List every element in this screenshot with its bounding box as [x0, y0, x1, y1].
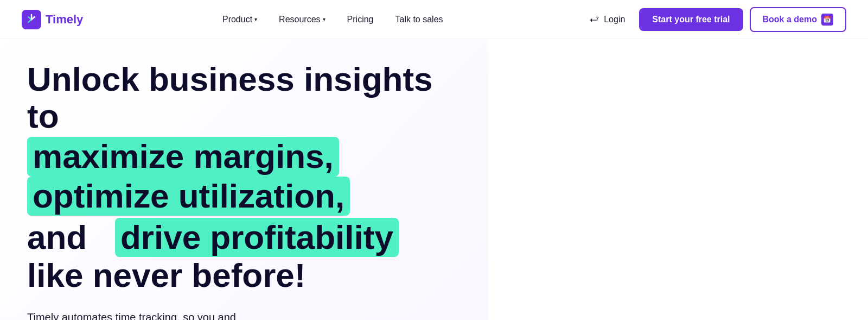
hero-title-line2: maximize margins, optimize utilization, [27, 137, 461, 215]
hero-title: Unlock business insights to maximize mar… [27, 61, 461, 294]
navbar-actions: ⮐ Login Start your free trial Book a dem… [582, 7, 846, 32]
hero-title-line3: and drive profitability like never befor… [27, 218, 461, 294]
navbar: Timely Product ▾ Resources ▾ Pricing Tal… [0, 0, 868, 39]
calendar-icon: 📅 [821, 14, 833, 26]
hero-section: Unlock business insights to maximize mar… [0, 39, 488, 320]
nav-product[interactable]: Product ▾ [214, 10, 266, 29]
svg-point-0 [31, 18, 33, 20]
hero-title-line1: Unlock business insights to [27, 61, 461, 135]
nav-talk-to-sales[interactable]: Talk to sales [387, 10, 452, 29]
brand-name: Timely [46, 12, 83, 27]
chevron-down-icon: ▾ [254, 16, 257, 22]
nav-menu: Product ▾ Resources ▾ Pricing Talk to sa… [214, 10, 452, 29]
login-button[interactable]: ⮐ Login [582, 9, 633, 29]
nav-pricing[interactable]: Pricing [339, 10, 382, 29]
highlight-optimize-utilization: optimize utilization, [27, 177, 350, 216]
highlight-maximize-margins: maximize margins, [27, 137, 339, 176]
nav-start-trial-button[interactable]: Start your free trial [639, 8, 743, 31]
hero-subtitle: Timely automates time tracking, so you a… [27, 309, 461, 320]
nav-resources[interactable]: Resources ▾ [270, 10, 334, 29]
login-icon: ⮐ [590, 14, 599, 25]
logo-icon [22, 10, 41, 29]
nav-book-demo-button[interactable]: Book a demo 📅 [750, 7, 846, 32]
brand-logo[interactable]: Timely [22, 10, 83, 29]
highlight-drive-profitability: drive profitability [115, 218, 399, 257]
chevron-down-icon: ▾ [323, 16, 326, 22]
